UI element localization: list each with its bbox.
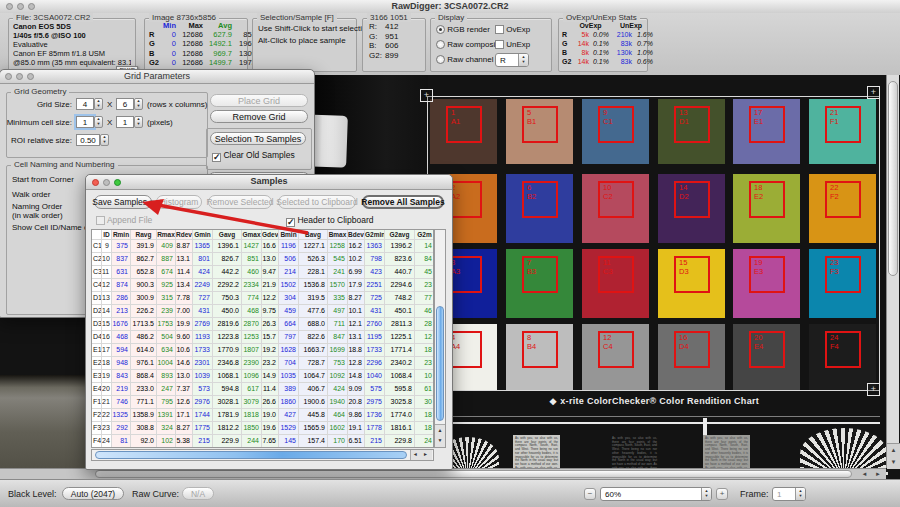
table-cell: 10 — [102, 253, 112, 266]
column-header[interactable] — [92, 230, 102, 240]
table-row[interactable]: F121746771.179512.629763028.1307926.6186… — [92, 396, 433, 409]
grid-params-titlebar[interactable]: Grid Parameters — [0, 70, 314, 84]
roi-size-stepper[interactable]: ▲▼ — [100, 134, 109, 146]
radio-rgb-render[interactable]: RGB render — [436, 25, 490, 34]
column-header[interactable]: G2avg — [385, 230, 415, 240]
table-row[interactable]: E218948976.1100414.623012346.8239023.270… — [92, 357, 433, 370]
checkbox-ovexp[interactable]: OvExp — [495, 25, 530, 34]
table-cell: 6.99 — [348, 266, 365, 279]
status-bar: Black Level: Auto (2047) Raw Curve: N/A … — [0, 479, 900, 507]
samples-vertical-scrollbar[interactable]: ▲▼ — [434, 229, 446, 448]
column-header[interactable]: ID — [102, 230, 112, 240]
radio-raw-composite[interactable]: Raw composite — [436, 40, 502, 49]
samples-vscroll-arrows[interactable]: ▲▼ — [435, 424, 445, 447]
table-row[interactable]: C210837862.788713.1801826.785113.0506526… — [92, 253, 433, 266]
table-cell: 746 — [112, 396, 131, 409]
selection-handle-br[interactable] — [867, 383, 880, 396]
canvas-hscroll-arrows[interactable]: ◄ ► — [861, 469, 884, 479]
grid-cols-stepper[interactable]: ▲▼ — [134, 98, 143, 110]
table-cell: 3025.8 — [385, 396, 415, 409]
file-panel-label: File: 3CSA0072.CR2 — [13, 13, 93, 22]
checkbox-icon — [495, 40, 504, 49]
radio-raw-channel[interactable]: Raw channel — [436, 55, 493, 64]
table-row[interactable]: D416468486.25049.6011931223.8125315.7797… — [92, 331, 433, 344]
table-cell: 573 — [193, 383, 213, 396]
table-row[interactable]: D214213226.22397.00431450.04689.75459477… — [92, 305, 433, 318]
table-cell: 10 — [415, 370, 434, 383]
table-cell: 1040 — [365, 370, 385, 383]
column-header[interactable]: G2m — [415, 230, 434, 240]
samples-hscroll-arrows[interactable]: ◄ ► — [410, 450, 432, 460]
table-row[interactable]: E319843868.489313.010391068.1109614.9103… — [92, 370, 433, 383]
zoom-out-button[interactable]: − — [584, 488, 596, 500]
table-cell: 1940 — [328, 396, 348, 409]
clear-old-samples-checkbox[interactable]: Clear Old Samples — [212, 150, 295, 162]
black-level-label: Black Level: — [8, 489, 57, 499]
black-level-button[interactable]: Auto (2047) — [62, 487, 124, 500]
table-row[interactable]: C412874900.392513.422492292.2233421.9150… — [92, 279, 433, 292]
table-cell: 2390 — [242, 357, 262, 370]
canvas-hscroll-thumb[interactable] — [95, 470, 852, 478]
column-header[interactable]: G2min — [365, 230, 385, 240]
checkbox-unexp[interactable]: UnExp — [495, 40, 530, 49]
table-row[interactable]: C19375391.94098.8713651396.1142716.61196… — [92, 240, 433, 253]
grid-rows-field[interactable]: 4 — [76, 98, 94, 110]
table-row[interactable]: E420219233.02477.37573594.861711.4389406… — [92, 383, 433, 396]
table-cell: 300.9 — [131, 292, 157, 305]
samples-hscroll-thumb[interactable] — [95, 451, 407, 459]
table-cell: 1195 — [365, 331, 385, 344]
column-header[interactable]: Bmax — [328, 230, 348, 240]
table-cell: 21 — [102, 396, 112, 409]
main-titlebar[interactable]: RawDigger: 3CSA0072.CR2 — [0, 0, 900, 14]
selection-handle-tr[interactable] — [867, 86, 880, 99]
canvas-vscroll-arrows[interactable]: ▲▼ — [887, 443, 900, 469]
table-cell: 12.8 — [348, 357, 365, 370]
raw-curve-button[interactable]: N/A — [182, 487, 214, 500]
min-cell-a-stepper[interactable]: ▲▼ — [94, 116, 103, 128]
table-cell: 13.0 — [176, 370, 193, 383]
table-row[interactable]: C311631652.867411.4424442.24609.47214228… — [92, 266, 433, 279]
samples-table[interactable]: IDRminRavgRmaxRdevGminGavgGmaxGdevBminBa… — [91, 229, 434, 448]
min-cell-b-stepper[interactable]: ▲▼ — [134, 116, 143, 128]
remove-grid-button[interactable]: Remove Grid — [210, 110, 308, 123]
raw-channel-value: R — [496, 56, 518, 65]
selection-handle-tl[interactable] — [420, 89, 433, 102]
table-row[interactable]: F323292308.83248.2717751812.2185019.6152… — [92, 422, 433, 435]
chart-rule-white — [428, 422, 880, 424]
frame-stepper[interactable]: 1 ▲▼ — [772, 487, 806, 501]
table-row[interactable]: D113286300.93157.78727750.377412.2304319… — [92, 292, 433, 305]
table-cell: 1536.8 — [299, 279, 328, 292]
zoom-in-button[interactable]: + — [716, 488, 728, 500]
grid-cols-field[interactable]: 6 — [116, 98, 134, 110]
column-header[interactable]: Bdev — [348, 230, 365, 240]
samples-horizontal-scrollbar[interactable]: ◄ ► — [91, 449, 434, 461]
raw-channel-select[interactable]: R ▲▼ — [495, 53, 529, 67]
table-row[interactable]: F4248192.01025.38215229.92447.65145157.4… — [92, 435, 433, 448]
min-cell-b-field[interactable]: 1 — [116, 116, 134, 128]
min-cell-a-field[interactable]: 1 — [76, 116, 94, 128]
selection-rectangle[interactable] — [427, 96, 880, 391]
canvas-vscroll-thumb[interactable] — [888, 81, 898, 276]
table-cell: 19 — [102, 370, 112, 383]
table-cell: 7.00 — [176, 305, 193, 318]
table-cell: 28 — [415, 318, 434, 331]
place-grid-button[interactable]: Place Grid — [210, 94, 308, 107]
table-row[interactable]: F22213251358.9139117.117441781.9181819.0… — [92, 409, 433, 422]
zoom-level-value: 60% — [601, 490, 701, 499]
canvas-vertical-scrollbar[interactable]: ▲▼ — [886, 75, 899, 468]
table-cell: 215 — [193, 435, 213, 448]
table-row[interactable]: E117594614.063410.617331770.9180719.2162… — [92, 344, 433, 357]
zoom-level-select[interactable]: 60% ▲▼ — [600, 487, 712, 501]
table-cell: 14 — [415, 240, 434, 253]
grid-rows-stepper[interactable]: ▲▼ — [94, 98, 103, 110]
table-cell: 594 — [112, 344, 131, 357]
samples-vscroll-thumb[interactable] — [436, 306, 444, 421]
samples-titlebar[interactable]: Samples — [86, 175, 452, 190]
table-row[interactable]: D31516761713.5175319.927692819.6287026.3… — [92, 318, 433, 331]
roi-size-field[interactable]: 0.50 — [76, 134, 100, 146]
table-cell: 1223.8 — [213, 331, 242, 344]
selection-to-samples-button[interactable]: Selection To Samples — [210, 132, 306, 145]
table-cell: 797 — [279, 331, 299, 344]
remove-all-samples-button[interactable]: Remove All Samples — [362, 195, 444, 209]
table-cell: 2346.8 — [213, 357, 242, 370]
